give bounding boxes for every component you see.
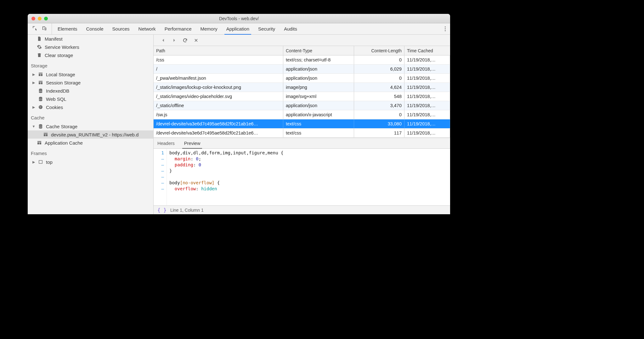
status-bar: { } Line 1, Column 1 bbox=[154, 205, 450, 214]
cell-content-type: application/json bbox=[283, 101, 354, 110]
sidebar-item-manifest[interactable]: Manifest bbox=[28, 35, 153, 43]
tab-application[interactable]: Application bbox=[222, 23, 254, 34]
tab-console[interactable]: Console bbox=[82, 23, 108, 34]
sidebar-item-web-sql[interactable]: Web SQL bbox=[28, 95, 153, 103]
cell-path: /_static/images/video-placeholder.svg bbox=[154, 92, 283, 101]
table-body: /csstext/css; charset=utf-8011/19/2018,…… bbox=[154, 55, 450, 138]
inspect-element-icon[interactable] bbox=[32, 26, 38, 32]
sidebar-item-clear-storage[interactable]: Clear storage bbox=[28, 51, 153, 59]
trash-icon bbox=[37, 52, 42, 58]
minimize-window-button[interactable] bbox=[38, 17, 42, 20]
cell-path: / bbox=[154, 65, 283, 73]
pretty-print-icon[interactable]: { } bbox=[157, 207, 167, 213]
line-gutter: 1–––––– bbox=[154, 149, 167, 205]
cell-time-cached: 11/19/2018,… bbox=[404, 110, 450, 119]
cell-content-length: 117 bbox=[354, 129, 404, 137]
toolbar-right-controls bbox=[440, 26, 450, 31]
sidebar-item-session-storage[interactable]: ▶Session Storage bbox=[28, 78, 153, 87]
disclosure-triangle-icon[interactable]: ▶ bbox=[32, 72, 35, 77]
window-controls bbox=[28, 17, 48, 20]
storage-icon bbox=[38, 72, 43, 77]
sidebar-item-label: Web SQL bbox=[46, 96, 66, 102]
sidebar-item-cache-instance[interactable]: devsite.pwa_RUNTIME_v2 - https://web.d bbox=[28, 130, 153, 139]
delete-button[interactable] bbox=[194, 38, 198, 43]
table-row[interactable]: /_static/images/lockup-color-knockout.pn… bbox=[154, 83, 450, 92]
cell-content-type: text/css bbox=[283, 119, 354, 128]
refresh-button[interactable] bbox=[183, 38, 188, 43]
nav-forward-button[interactable] bbox=[172, 38, 176, 43]
sidebar-item-local-storage[interactable]: ▶Local Storage bbox=[28, 70, 153, 78]
tab-sources[interactable]: Sources bbox=[108, 23, 134, 34]
code-token: { bbox=[214, 180, 220, 185]
sidebar-item-frame-top[interactable]: ▶ top bbox=[28, 158, 153, 166]
sidebar-item-label: Session Storage bbox=[46, 80, 81, 85]
tab-security[interactable]: Security bbox=[254, 23, 280, 34]
disclosure-triangle-icon[interactable]: ▶ bbox=[32, 105, 35, 109]
close-window-button[interactable] bbox=[31, 17, 35, 20]
table-row[interactable]: /_pwa/web/manifest.jsonapplication/json0… bbox=[154, 74, 450, 83]
sidebar-item-label: Local Storage bbox=[46, 72, 75, 77]
tab-network[interactable]: Network bbox=[134, 23, 160, 34]
tab-performance[interactable]: Performance bbox=[160, 23, 196, 34]
disclosure-triangle-icon[interactable]: ▼ bbox=[32, 124, 35, 128]
tab-memory[interactable]: Memory bbox=[196, 23, 222, 34]
table-row[interactable]: /_static/offlineapplication/json3,47011/… bbox=[154, 101, 450, 110]
cell-content-type: text/css bbox=[283, 129, 354, 137]
preview-pane: Headers Preview 1–––––– body,div,dl,dd,f… bbox=[154, 138, 450, 214]
cell-time-cached: 11/19/2018,… bbox=[404, 101, 450, 110]
sidebar-item-cookies[interactable]: ▶Cookies bbox=[28, 103, 153, 111]
cell-path: /_pwa/web/manifest.json bbox=[154, 74, 283, 83]
table-row[interactable]: /csstext/css; charset=utf-8011/19/2018,… bbox=[154, 55, 450, 65]
cell-path: /sw.js bbox=[154, 110, 283, 119]
cell-content-length: 0 bbox=[354, 55, 404, 64]
database-icon bbox=[38, 124, 43, 129]
zoom-window-button[interactable] bbox=[44, 17, 48, 20]
more-options-icon[interactable] bbox=[445, 26, 446, 31]
toggle-device-icon[interactable] bbox=[42, 26, 47, 32]
code-token: margin bbox=[175, 156, 191, 161]
sidebar-item-service-workers[interactable]: Service Workers bbox=[28, 43, 153, 51]
column-header-time-cached[interactable]: Time Cached bbox=[404, 46, 450, 55]
column-header-path[interactable]: Path bbox=[154, 46, 283, 55]
document-icon bbox=[37, 36, 42, 42]
table-row[interactable]: /devrel-devsite/va3e6d7c495ae58d2f0c21ab… bbox=[154, 119, 450, 129]
tab-preview[interactable]: Preview bbox=[180, 138, 204, 148]
table-row[interactable]: /devrel-devsite/va3e6d7c495ae58d2f0c21ab… bbox=[154, 129, 450, 138]
tab-elements[interactable]: Elements bbox=[53, 23, 82, 34]
table-header-row: Path Content-Type Content-Length Time Ca… bbox=[154, 46, 450, 55]
main-content: Path Content-Type Content-Length Time Ca… bbox=[154, 35, 450, 214]
sidebar-item-cache-storage[interactable]: ▼ Cache Storage bbox=[28, 122, 153, 130]
sidebar-item-label: Cache Storage bbox=[46, 124, 77, 129]
code-editor[interactable]: 1–––––– body,div,dl,dd,form,img,input,fi… bbox=[154, 149, 450, 205]
nav-back-button[interactable] bbox=[161, 38, 166, 43]
cell-time-cached: 11/19/2018,… bbox=[404, 55, 450, 64]
disclosure-triangle-icon[interactable]: ▶ bbox=[32, 160, 35, 164]
cell-content-type: text/css; charset=utf-8 bbox=[283, 55, 354, 64]
main-toolbar: ElementsConsoleSourcesNetworkPerformance… bbox=[28, 23, 450, 35]
table-row[interactable]: /_static/images/video-placeholder.svgima… bbox=[154, 92, 450, 101]
column-header-content-type[interactable]: Content-Type bbox=[283, 46, 354, 55]
table-icon bbox=[43, 132, 48, 137]
sidebar-item-application-cache[interactable]: Application Cache bbox=[28, 139, 153, 147]
table-row[interactable]: /sw.jsapplication/x-javascript011/19/201… bbox=[154, 110, 450, 119]
cell-time-cached: 11/19/2018,… bbox=[404, 83, 450, 92]
tab-audits[interactable]: Audits bbox=[280, 23, 302, 34]
cell-content-length: 3,470 bbox=[354, 101, 404, 110]
cache-controls-row bbox=[154, 35, 450, 46]
disclosure-triangle-icon[interactable]: ▶ bbox=[32, 81, 35, 85]
sidebar-item-indexeddb[interactable]: IndexedDB bbox=[28, 87, 153, 95]
tab-headers[interactable]: Headers bbox=[154, 138, 178, 148]
panel-body: Manifest Service Workers Clear storage S… bbox=[28, 35, 450, 214]
cell-content-length: 4,624 bbox=[354, 83, 404, 92]
cell-content-type: application/json bbox=[283, 65, 354, 73]
table-row[interactable]: /application/json6,02911/19/2018,… bbox=[154, 65, 450, 74]
svg-rect-4 bbox=[39, 160, 42, 163]
column-header-content-length[interactable]: Content-Length bbox=[354, 46, 404, 55]
storage-icon bbox=[38, 96, 43, 102]
cell-content-length: 0 bbox=[354, 110, 404, 119]
code-token: 0 bbox=[196, 156, 198, 161]
devtools-window: DevTools - web.dev/ ElementsConsoleSourc… bbox=[28, 14, 450, 214]
cell-content-type: application/json bbox=[283, 74, 354, 83]
sidebar-item-label: Manifest bbox=[45, 36, 63, 42]
cell-path: /_static/images/lockup-color-knockout.pn… bbox=[154, 83, 283, 92]
